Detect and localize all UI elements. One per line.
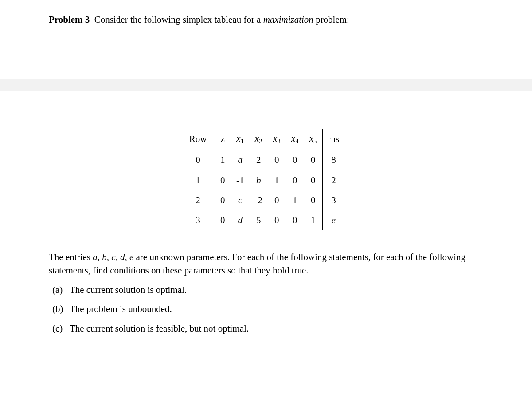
cell-x2: 5 (249, 210, 268, 230)
cell-z: 1 (214, 150, 231, 170)
part-text: The current solution is feasible, but no… (70, 323, 249, 334)
cell-x3: 1 (268, 170, 286, 190)
cell-x5: 0 (304, 150, 322, 170)
col-x2: x2 (249, 129, 268, 150)
heading-text-post: problem: (313, 14, 349, 25)
part-label: (a) (52, 282, 67, 299)
followup-text: The entries a, b, c, d, e are unknown pa… (49, 250, 483, 277)
col-x1: x1 (231, 129, 250, 150)
col-z: z (214, 129, 231, 150)
cell-x5: 1 (304, 210, 322, 230)
col-x5: x5 (304, 129, 322, 150)
tableau-header-row: Row z x1 x2 x3 x4 x5 rhs (188, 129, 345, 150)
separator-band (0, 79, 532, 91)
cell-x3: 0 (268, 210, 286, 230)
cell-row: 3 (188, 210, 214, 230)
cell-x2: b (249, 170, 268, 190)
cell-x4: 1 (286, 190, 304, 210)
cell-rhs: e (322, 210, 344, 230)
cell-x5: 0 (304, 190, 322, 210)
cell-rhs: 8 (322, 150, 344, 170)
part-c: (c) The current solution is feasible, bu… (52, 320, 483, 337)
problem-label: Problem 3 (49, 14, 90, 25)
col-rhs: rhs (322, 129, 344, 150)
cell-x4: 0 (286, 170, 304, 190)
tableau-wrap: Row z x1 x2 x3 x4 x5 rhs 0 1 a 2 0 0 (49, 129, 483, 230)
cell-x4: 0 (286, 150, 304, 170)
heading-text-em: maximization (263, 14, 313, 25)
col-x3: x3 (268, 129, 286, 150)
tableau-row-0: 0 1 a 2 0 0 0 8 (188, 150, 345, 170)
cell-row: 1 (188, 170, 214, 190)
part-a: (a) The current solution is optimal. (52, 282, 483, 299)
parts-list: (a) The current solution is optimal. (b)… (49, 282, 483, 337)
cell-x5: 0 (304, 170, 322, 190)
part-label: (c) (52, 320, 67, 337)
simplex-tableau: Row z x1 x2 x3 x4 x5 rhs 0 1 a 2 0 0 (188, 129, 345, 230)
page: Problem 3 Consider the following simplex… (0, 0, 532, 358)
cell-x3: 0 (268, 190, 286, 210)
cell-x1: d (231, 210, 250, 230)
cell-x1: -1 (231, 170, 250, 190)
cell-rhs: 2 (322, 170, 344, 190)
tableau-row-1: 1 0 -1 b 1 0 0 2 (188, 170, 345, 190)
cell-z: 0 (214, 170, 231, 190)
cell-row: 2 (188, 190, 214, 210)
col-x4: x4 (286, 129, 304, 150)
cell-rhs: 3 (322, 190, 344, 210)
followup-vars: a, b, c, d, e (93, 252, 133, 262)
cell-x2: -2 (249, 190, 268, 210)
cell-x4: 0 (286, 210, 304, 230)
cell-row: 0 (188, 150, 214, 170)
cell-z: 0 (214, 190, 231, 210)
cell-z: 0 (214, 210, 231, 230)
col-row: Row (188, 129, 214, 150)
cell-x1: a (231, 150, 250, 170)
cell-x2: 2 (249, 150, 268, 170)
tableau-row-3: 3 0 d 5 0 0 1 e (188, 210, 345, 230)
part-label: (b) (52, 301, 67, 318)
cell-x3: 0 (268, 150, 286, 170)
cell-x1: c (231, 190, 250, 210)
tableau-row-2: 2 0 c -2 0 1 0 3 (188, 190, 345, 210)
part-b: (b) The problem is unbounded. (52, 301, 483, 318)
problem-heading: Problem 3 Consider the following simplex… (49, 14, 483, 25)
part-text: The problem is unbounded. (70, 304, 172, 314)
heading-text-pre: Consider the following simplex tableau f… (94, 14, 263, 25)
followup-pre: The entries (49, 252, 93, 262)
part-text: The current solution is optimal. (70, 284, 187, 295)
